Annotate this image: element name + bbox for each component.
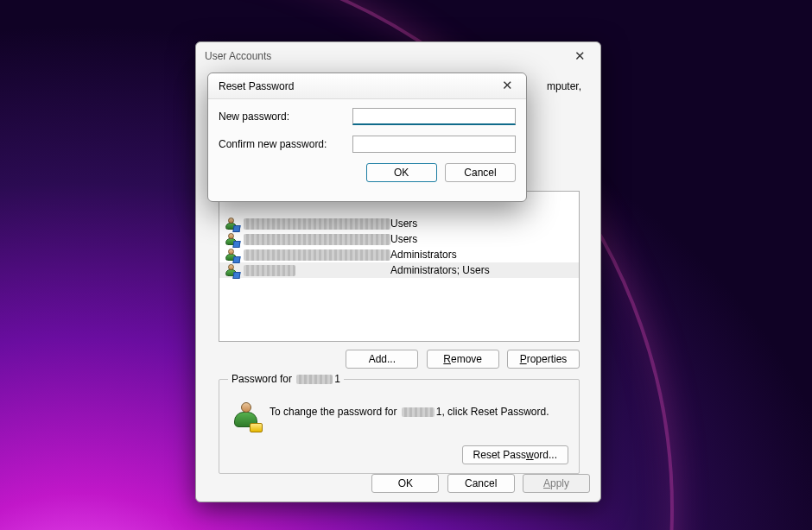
password-legend: Password for 1 bbox=[228, 373, 344, 385]
user-icon bbox=[225, 263, 238, 277]
confirm-password-input[interactable] bbox=[352, 136, 516, 153]
password-section: Password for 1 To change the password fo… bbox=[219, 379, 580, 474]
table-row[interactable]: Administrators bbox=[219, 247, 579, 262]
user-name-hidden bbox=[244, 249, 390, 261]
reset-password-actions: OK Cancel bbox=[208, 163, 526, 191]
user-icon bbox=[225, 248, 238, 262]
properties-button[interactable]: Properties bbox=[507, 350, 580, 369]
close-icon[interactable]: ✕ bbox=[490, 73, 524, 98]
new-password-row: New password: bbox=[219, 108, 516, 125]
table-row[interactable]: Users bbox=[219, 231, 579, 247]
add-button[interactable]: Add... bbox=[346, 350, 418, 369]
users-list[interactable]: Users Users Administrators Administrator… bbox=[219, 191, 580, 342]
reset-password-titlebar[interactable]: Reset Password ✕ bbox=[208, 73, 526, 99]
user-group: Administrators; Users bbox=[390, 264, 490, 276]
user-icon bbox=[225, 217, 238, 230]
user-icon bbox=[225, 232, 238, 246]
remove-button[interactable]: Remove bbox=[427, 350, 499, 369]
confirm-password-row: Confirm new password: bbox=[219, 136, 516, 153]
username-hidden bbox=[402, 407, 435, 417]
apply-button: Apply bbox=[523, 474, 590, 493]
cancel-button[interactable]: Cancel bbox=[445, 163, 516, 182]
username-hidden bbox=[296, 375, 333, 384]
user-group: Users bbox=[390, 218, 417, 230]
new-password-label: New password: bbox=[219, 110, 352, 123]
reset-password-button[interactable]: Reset Password... bbox=[462, 445, 568, 464]
new-password-input[interactable] bbox=[352, 108, 516, 125]
reset-password-form: New password: Confirm new password: bbox=[208, 99, 526, 153]
user-accounts-titlebar[interactable]: User Accounts ✕ bbox=[196, 42, 600, 70]
reset-password-title-text: Reset Password bbox=[219, 80, 294, 92]
confirm-password-label: Confirm new password: bbox=[219, 138, 352, 150]
ok-button[interactable]: OK bbox=[366, 163, 437, 182]
list-action-buttons: Add... Remove Properties bbox=[206, 350, 580, 369]
user-key-icon bbox=[232, 401, 261, 430]
ok-button[interactable]: OK bbox=[371, 474, 439, 493]
reset-password-dialog: Reset Password ✕ New password: Confirm n… bbox=[207, 73, 527, 202]
user-accounts-title-text: User Accounts bbox=[205, 50, 271, 62]
password-instruction: To change the password for 1, click Rese… bbox=[270, 406, 549, 418]
user-group: Users bbox=[390, 233, 417, 245]
table-row[interactable]: Administrators; Users bbox=[219, 262, 579, 278]
table-row[interactable]: Users bbox=[219, 216, 579, 231]
dialog-bottom-buttons: OK Cancel Apply bbox=[196, 474, 590, 493]
user-group: Administrators bbox=[390, 249, 457, 261]
close-icon[interactable]: ✕ bbox=[562, 42, 597, 68]
user-name-hidden bbox=[244, 218, 390, 230]
cancel-button[interactable]: Cancel bbox=[447, 474, 515, 493]
user-name-hidden bbox=[244, 265, 295, 276]
user-name-hidden bbox=[244, 234, 390, 245]
